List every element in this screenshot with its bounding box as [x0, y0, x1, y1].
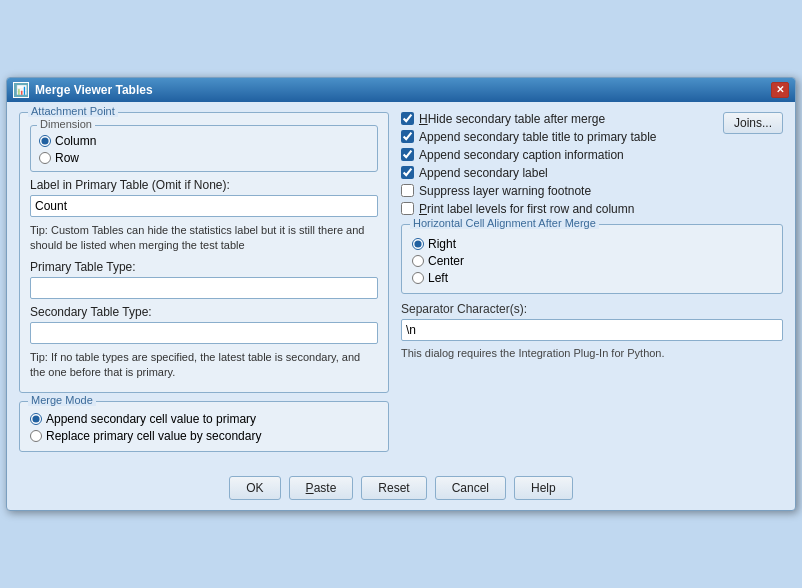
title-bar: 📊 Merge Viewer Tables ✕ [7, 78, 795, 102]
checkbox-print-label[interactable]: Print label levels for first row and col… [401, 202, 656, 216]
radio-left[interactable]: Left [412, 271, 772, 285]
main-content: Attachment Point Dimension Column Row [19, 112, 783, 461]
title-bar-left: 📊 Merge Viewer Tables [13, 82, 153, 98]
radio-column-label: Column [55, 134, 96, 148]
checkboxes-container: HHide secondary table after merge Append… [401, 112, 656, 220]
radio-replace-label: Replace primary cell value by secondary [46, 429, 261, 443]
secondary-table-type-input[interactable] [30, 322, 378, 344]
cancel-button[interactable]: Cancel [435, 476, 506, 500]
radio-left-label: Left [428, 271, 448, 285]
tip1-text: Tip: Custom Tables can hide the statisti… [30, 223, 378, 254]
checkbox-print-label-input[interactable] [401, 202, 414, 215]
separator-label: Separator Character(s): [401, 302, 783, 316]
primary-table-type-label: Primary Table Type: [30, 260, 378, 274]
radio-column-input[interactable] [39, 135, 51, 147]
merge-mode-group: Merge Mode Append secondary cell value t… [19, 401, 389, 452]
radio-right-input[interactable] [412, 238, 424, 250]
checkbox-hide-input[interactable] [401, 112, 414, 125]
radio-replace[interactable]: Replace primary cell value by secondary [30, 429, 378, 443]
horizontal-align-title: Horizontal Cell Alignment After Merge [410, 217, 599, 229]
dialog-body: Attachment Point Dimension Column Row [7, 102, 795, 511]
checkbox-append-title-label: Append secondary table title to primary … [419, 130, 656, 144]
checkbox-append-label[interactable]: Append secondary label [401, 166, 656, 180]
primary-table-type-group: Primary Table Type: [30, 260, 378, 299]
horizontal-align-group: Horizontal Cell Alignment After Merge Ri… [401, 224, 783, 294]
radio-left-input[interactable] [412, 272, 424, 284]
radio-center-input[interactable] [412, 255, 424, 267]
right-column: HHide secondary table after merge Append… [401, 112, 783, 461]
bottom-buttons: OK Paste Reset Cancel Help [19, 470, 783, 500]
radio-row-input[interactable] [39, 152, 51, 164]
right-top-row: HHide secondary table after merge Append… [401, 112, 783, 220]
checkbox-append-label-label: Append secondary label [419, 166, 548, 180]
label-field-label: Label in Primary Table (Omit if None): [30, 178, 378, 192]
radio-center[interactable]: Center [412, 254, 772, 268]
checkbox-append-title-input[interactable] [401, 130, 414, 143]
merge-viewer-tables-dialog: 📊 Merge Viewer Tables ✕ Attachment Point… [6, 77, 796, 512]
dimension-title: Dimension [37, 118, 95, 130]
left-column: Attachment Point Dimension Column Row [19, 112, 389, 461]
separator-group: Separator Character(s): [401, 302, 783, 341]
dialog-icon: 📊 [13, 82, 29, 98]
close-button[interactable]: ✕ [771, 82, 789, 98]
checkbox-suppress-input[interactable] [401, 184, 414, 197]
radio-row[interactable]: Row [39, 151, 369, 165]
label-field-group: Label in Primary Table (Omit if None): [30, 178, 378, 217]
attachment-point-title: Attachment Point [28, 105, 118, 117]
checkbox-print-label-label: Print label levels for first row and col… [419, 202, 634, 216]
help-button[interactable]: Help [514, 476, 573, 500]
dimension-group: Dimension Column Row [30, 125, 378, 172]
checkbox-hide-label: HHide secondary table after merge [419, 112, 605, 126]
radio-append-input[interactable] [30, 413, 42, 425]
checkbox-append-caption[interactable]: Append secondary caption information [401, 148, 656, 162]
radio-right[interactable]: Right [412, 237, 772, 251]
tip2-text: Tip: If no table types are specified, th… [30, 350, 378, 381]
separator-input[interactable] [401, 319, 783, 341]
radio-append[interactable]: Append secondary cell value to primary [30, 412, 378, 426]
joins-button[interactable]: Joins... [723, 112, 783, 134]
paste-button[interactable]: Paste [289, 476, 354, 500]
note-text: This dialog requires the Integration Plu… [401, 347, 783, 359]
merge-mode-radio-group: Append secondary cell value to primary R… [30, 412, 378, 443]
checkbox-hide[interactable]: HHide secondary table after merge [401, 112, 656, 126]
checkbox-suppress[interactable]: Suppress layer warning footnote [401, 184, 656, 198]
checkbox-append-title[interactable]: Append secondary table title to primary … [401, 130, 656, 144]
attachment-point-group: Attachment Point Dimension Column Row [19, 112, 389, 394]
dimension-radio-group: Column Row [39, 134, 369, 165]
radio-replace-input[interactable] [30, 430, 42, 442]
primary-table-type-input[interactable] [30, 277, 378, 299]
label-field-input[interactable] [30, 195, 378, 217]
secondary-table-type-group: Secondary Table Type: [30, 305, 378, 344]
ok-button[interactable]: OK [229, 476, 280, 500]
merge-mode-title: Merge Mode [28, 394, 96, 406]
radio-append-label: Append secondary cell value to primary [46, 412, 256, 426]
checkbox-suppress-label: Suppress layer warning footnote [419, 184, 591, 198]
reset-button[interactable]: Reset [361, 476, 426, 500]
radio-column[interactable]: Column [39, 134, 369, 148]
radio-row-label: Row [55, 151, 79, 165]
horizontal-align-radio-group: Right Center Left [412, 237, 772, 285]
checkbox-append-caption-label: Append secondary caption information [419, 148, 624, 162]
checkbox-append-label-input[interactable] [401, 166, 414, 179]
dialog-title: Merge Viewer Tables [35, 83, 153, 97]
secondary-table-type-label: Secondary Table Type: [30, 305, 378, 319]
radio-center-label: Center [428, 254, 464, 268]
checkbox-append-caption-input[interactable] [401, 148, 414, 161]
radio-right-label: Right [428, 237, 456, 251]
